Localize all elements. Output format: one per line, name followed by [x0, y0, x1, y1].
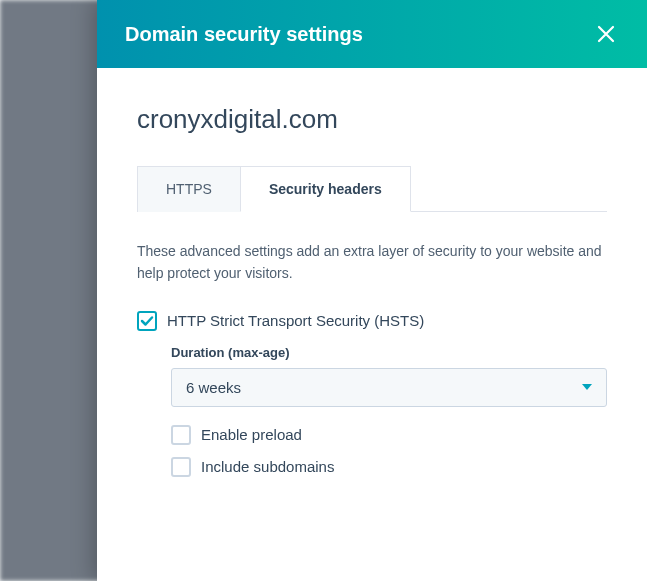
- duration-value: 6 weeks: [186, 379, 241, 396]
- enable-preload-row: Enable preload: [171, 425, 607, 445]
- checkmark-icon: [140, 314, 154, 328]
- panel-header: Domain security settings: [97, 0, 647, 68]
- hsts-label: HTTP Strict Transport Security (HSTS): [167, 312, 424, 329]
- duration-label: Duration (max-age): [171, 345, 607, 360]
- close-icon: [597, 25, 615, 43]
- tab-label: HTTPS: [166, 181, 212, 197]
- duration-select-wrap: 6 weeks: [171, 368, 607, 407]
- hsts-checkbox[interactable]: [137, 311, 157, 331]
- tab-security-headers[interactable]: Security headers: [240, 166, 411, 212]
- hsts-row: HTTP Strict Transport Security (HSTS): [137, 311, 607, 331]
- include-subdomains-label: Include subdomains: [201, 458, 334, 475]
- include-subdomains-checkbox[interactable]: [171, 457, 191, 477]
- panel-title: Domain security settings: [125, 23, 363, 46]
- tab-https[interactable]: HTTPS: [137, 166, 241, 212]
- tabs: HTTPS Security headers: [137, 165, 607, 212]
- settings-panel: Domain security settings cronyxdigital.c…: [97, 0, 647, 581]
- duration-select[interactable]: 6 weeks: [171, 368, 607, 407]
- enable-preload-checkbox[interactable]: [171, 425, 191, 445]
- panel-body: cronyxdigital.com HTTPS Security headers…: [97, 68, 647, 581]
- tab-label: Security headers: [269, 181, 382, 197]
- domain-name: cronyxdigital.com: [137, 104, 607, 135]
- enable-preload-label: Enable preload: [201, 426, 302, 443]
- hsts-options: Duration (max-age) 6 weeks Enable preloa…: [171, 345, 607, 477]
- include-subdomains-row: Include subdomains: [171, 457, 607, 477]
- close-button[interactable]: [593, 21, 619, 47]
- description-text: These advanced settings add an extra lay…: [137, 240, 607, 285]
